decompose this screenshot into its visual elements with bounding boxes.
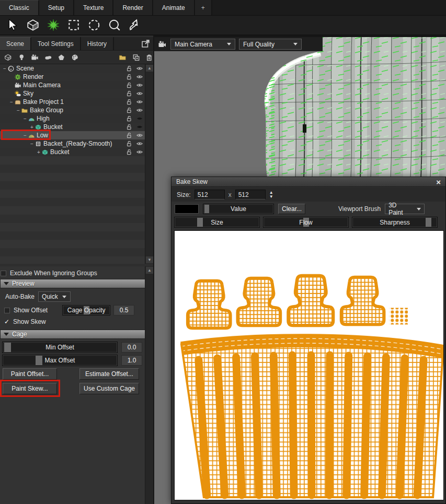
exclude-checkbox[interactable] xyxy=(1,271,6,276)
tree-row-low[interactable]: − Low xyxy=(0,131,145,139)
clear-button[interactable]: Clear... xyxy=(278,204,305,214)
use-custom-cage-button[interactable]: Use Custom Cage xyxy=(79,383,139,394)
eye-icon[interactable] xyxy=(136,99,143,105)
lock-icon[interactable] xyxy=(126,140,132,147)
magnify-select-icon[interactable] xyxy=(107,18,122,32)
menu-tab-classic[interactable]: Classic xyxy=(0,0,39,15)
external-link-icon[interactable] xyxy=(141,39,150,49)
close-icon[interactable]: × xyxy=(436,178,441,186)
tree-row-bake-project[interactable]: − Bake Project 1 xyxy=(0,98,145,106)
dialog-titlebar[interactable]: Bake Skew × xyxy=(171,177,445,187)
eye-icon[interactable] xyxy=(136,90,143,97)
tree-row-bucket-high[interactable]: + Bucket xyxy=(0,123,145,131)
show-offset-checkbox[interactable] xyxy=(4,308,10,313)
tree-row-scene[interactable]: − Scene xyxy=(0,64,145,73)
brush-size-slider[interactable]: Size xyxy=(174,217,260,228)
tree-row-high[interactable]: − High xyxy=(0,114,145,123)
tree-row-backet-ready-smooth[interactable]: − Backet_(Ready-Smooth) xyxy=(0,139,145,148)
show-skew-checkbox[interactable]: ✓ xyxy=(4,318,9,325)
preview-section-header[interactable]: Preview xyxy=(0,279,146,288)
cage-section-header[interactable]: Cage xyxy=(0,330,146,339)
paint-skew-button[interactable]: Paint Skew... xyxy=(3,383,57,394)
brush-mode-dropdown[interactable]: 3D Paint xyxy=(385,204,425,214)
spin-down-icon[interactable]: ▼ xyxy=(269,195,273,198)
camera-select-dropdown[interactable]: Main Camera xyxy=(170,39,235,50)
eye-icon[interactable] xyxy=(136,132,143,138)
lock-icon[interactable] xyxy=(126,124,132,130)
size-height-input[interactable]: 512 xyxy=(235,190,266,200)
menu-tab-animate[interactable]: Animate xyxy=(153,0,195,15)
color-swatch[interactable] xyxy=(175,204,199,214)
menu-tab-render[interactable]: Render xyxy=(113,0,153,15)
duplicate-icon[interactable] xyxy=(132,53,140,62)
quality-select-dropdown[interactable]: Full Quality xyxy=(239,39,302,50)
menu-tab-add[interactable]: + xyxy=(195,0,212,15)
eye-icon[interactable] xyxy=(136,82,143,88)
ellipse-select-icon[interactable] xyxy=(86,18,102,32)
value-slider[interactable]: Value xyxy=(203,204,274,214)
menu-tab-setup[interactable]: Setup xyxy=(39,0,74,15)
lock-icon[interactable] xyxy=(126,74,132,80)
add-camera-icon[interactable] xyxy=(31,53,39,62)
lock-icon[interactable] xyxy=(126,65,132,72)
expander[interactable]: − xyxy=(9,99,14,105)
lock-icon[interactable] xyxy=(126,90,132,97)
expander[interactable]: − xyxy=(22,116,28,122)
delete-icon[interactable] xyxy=(145,53,153,62)
scroll-up-arrow[interactable]: ▲ xyxy=(146,267,153,274)
tree-row-bake-group[interactable]: − Bake Group xyxy=(0,106,145,114)
lock-icon[interactable] xyxy=(126,107,132,113)
add-light-icon[interactable] xyxy=(18,53,26,62)
eye-icon[interactable] xyxy=(136,74,143,80)
add-mesh-icon[interactable] xyxy=(4,53,12,62)
auto-bake-dropdown[interactable]: Quick xyxy=(38,291,71,302)
tree-row-sky[interactable]: Sky xyxy=(0,89,145,98)
lock-icon[interactable] xyxy=(126,132,132,138)
expander[interactable]: − xyxy=(29,141,35,147)
tree-row-bucket-low[interactable]: + Bucket xyxy=(0,148,145,156)
tab-scene[interactable]: Scene xyxy=(0,37,31,50)
lock-icon[interactable] xyxy=(126,82,132,88)
scroll-up-arrow[interactable]: ▲ xyxy=(146,65,153,72)
max-offset-value[interactable]: 1.0 xyxy=(121,355,142,366)
min-offset-slider[interactable]: Min Offset xyxy=(2,342,118,353)
expander[interactable]: + xyxy=(29,124,35,130)
cage-opacity-slider[interactable]: Cage Opacity xyxy=(62,305,110,315)
cage-opacity-value[interactable]: 0.5 xyxy=(113,305,134,315)
new-folder-icon[interactable] xyxy=(119,53,127,62)
skew-paint-canvas[interactable] xyxy=(174,230,444,500)
scroll-down-arrow[interactable]: ▼ xyxy=(146,256,153,263)
size-stepper[interactable]: ▲ ▼ xyxy=(269,191,273,198)
spin-up-icon[interactable]: ▲ xyxy=(269,191,273,194)
panel-scrollbar[interactable]: ▲ xyxy=(145,266,153,504)
estimate-offset-button[interactable]: Estimate Offset... xyxy=(79,368,139,380)
lock-icon[interactable] xyxy=(126,149,132,155)
eye-icon[interactable] xyxy=(136,65,143,72)
rect-select-icon[interactable] xyxy=(66,18,82,32)
eye-icon[interactable] xyxy=(136,149,143,155)
expander[interactable]: − xyxy=(22,133,28,138)
eye-icon[interactable] xyxy=(136,107,143,113)
size-width-input[interactable]: 512 xyxy=(195,190,225,200)
paint-burst-icon[interactable] xyxy=(45,18,61,32)
eye-icon[interactable] xyxy=(136,140,143,147)
tree-row-render[interactable]: Render xyxy=(0,73,145,81)
select-arrow-icon[interactable] xyxy=(5,18,20,32)
tab-tool-settings[interactable]: Tool Settings xyxy=(31,37,81,50)
menu-tab-texture[interactable]: Texture xyxy=(74,0,113,15)
add-material-icon[interactable] xyxy=(71,53,79,62)
add-sky-icon[interactable] xyxy=(44,53,52,62)
lasso-arrow-icon[interactable] xyxy=(127,18,143,32)
add-shape-icon[interactable] xyxy=(58,53,65,62)
brush-sharpness-slider[interactable]: Sharpness xyxy=(352,217,438,228)
eye-off-icon[interactable] xyxy=(136,124,143,130)
lock-icon[interactable] xyxy=(126,99,132,105)
tree-scrollbar[interactable]: ▲ ▼ xyxy=(145,64,153,264)
eye-off-icon[interactable] xyxy=(136,115,143,122)
expander[interactable]: − xyxy=(2,66,7,72)
brush-flow-slider[interactable]: Flow xyxy=(263,217,349,228)
object-mode-icon[interactable] xyxy=(25,18,41,32)
expander[interactable]: + xyxy=(36,149,41,155)
paint-offset-button[interactable]: Paint Offset... xyxy=(3,368,57,380)
tree-row-main-camera[interactable]: Main Camera xyxy=(0,81,145,89)
